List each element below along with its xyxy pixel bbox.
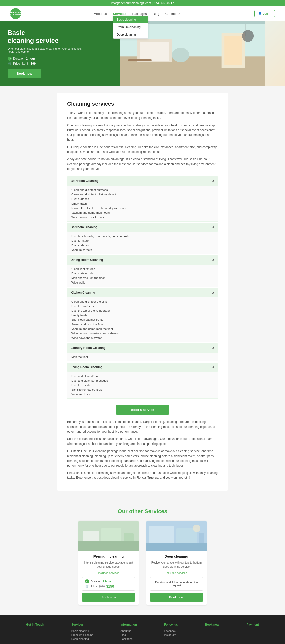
list-item[interactable]: Instagram: [164, 633, 178, 637]
accordion-dining-header[interactable]: Dining Room Cleaning ∧: [67, 255, 218, 264]
premium-included-link[interactable]: Included services: [98, 571, 119, 574]
list-item: Dust furniture: [71, 238, 214, 243]
footer: Get In Touch Services Basic cleaning Pre…: [0, 615, 285, 644]
nav-about[interactable]: About us: [94, 12, 107, 16]
list-item[interactable]: Premium cleaning: [71, 633, 93, 637]
deep-book-button[interactable]: Book now: [150, 593, 203, 602]
svg-rect-19: [176, 528, 197, 546]
svg-point-5: [172, 48, 189, 62]
dropdown-premium[interactable]: Premium cleaning: [113, 23, 148, 31]
accordion-bedroom-header[interactable]: Bedroom Cleaning ∧: [67, 223, 218, 232]
nav-contact[interactable]: Contact Us: [165, 12, 181, 16]
accordion-bedroom: Bedroom Cleaning ∧ Dust baseboards, door…: [67, 223, 218, 254]
chevron-up-icon: ∧: [212, 179, 214, 183]
laundry-list: Mop the floor: [71, 355, 214, 359]
services-dropdown: Basic cleaning Premium cleaning Deep cle…: [113, 16, 148, 39]
footer-col-heading: Information: [120, 623, 137, 626]
book-service-button[interactable]: Book a service: [116, 405, 169, 415]
list-item: Dust and clean lamp shades: [71, 378, 214, 383]
hero-price: 🛒 Price $148 $99: [8, 62, 88, 66]
user-icon: 👤: [258, 12, 262, 15]
clock-icon: ⏱: [85, 579, 89, 583]
hero-duration: ⏱ Duration 1 hour: [8, 57, 88, 61]
para-3: Our unique solution is One hour resident…: [67, 145, 218, 154]
svg-rect-3: [140, 42, 169, 61]
nav-packages[interactable]: Packages: [132, 12, 147, 16]
accordion-bathroom: Bathroom Cleaning ∧ Clean and disinfect …: [67, 176, 218, 222]
cart-icon: 🛒: [85, 584, 89, 588]
svg-point-10: [242, 30, 254, 42]
footer-col-heading: Payment: [246, 623, 259, 626]
top-bar-text: info@onehourhcleaningfl.com | (954) 666-…: [111, 1, 174, 5]
services-grid: Premium cleaning Intense cleaning servic…: [5, 521, 280, 605]
premium-card-body: Premium cleaning Intense cleaning servic…: [78, 551, 139, 605]
premium-image-svg: [78, 521, 139, 551]
list-item: Vacuum and damp mop the floor: [71, 327, 214, 331]
deep-duration-box: Duration and Price depends on the reques…: [150, 577, 203, 591]
extra-para-2: So if the brilliant house is our basic s…: [67, 437, 218, 446]
extra-para-1: Be sure, you don't need to list extra it…: [67, 420, 218, 434]
footer-col-heading: Follow us: [164, 623, 178, 626]
hero-book-button[interactable]: Book now: [8, 69, 41, 78]
premium-duration-row: ⏱ Duration 2 hour: [85, 579, 132, 583]
premium-book-button[interactable]: Book now: [82, 593, 135, 602]
chevron-up-icon: ∧: [212, 291, 214, 295]
list-item: Sweep and mop the floor: [71, 322, 214, 327]
extra-para-3: Our Basic One Hour cleaning package is t…: [67, 449, 218, 468]
footer-services-list: Basic cleaning Premium cleaning Deep cle…: [71, 629, 93, 641]
bathroom-list: Clean and disinfect surfaces Clean and d…: [71, 188, 214, 219]
list-item: Dust surfaces: [71, 197, 214, 201]
list-item: Clean light fixtures: [71, 267, 214, 271]
accordion-kitchen-header[interactable]: Kitchen Cleaning ∧: [67, 288, 218, 297]
svg-rect-21: [146, 543, 207, 551]
list-item[interactable]: Packages: [120, 637, 137, 641]
list-item[interactable]: Basic cleaning: [71, 629, 93, 633]
accordion: Bathroom Cleaning ∧ Clean and disinfect …: [67, 176, 218, 399]
hero-title: Basic cleaning service: [8, 29, 88, 45]
list-item[interactable]: About us: [120, 629, 137, 633]
deep-title: Deep cleaning: [150, 554, 203, 558]
premium-price-row: 🛒 Price $200 $150: [85, 584, 132, 588]
chevron-up-icon: ∧: [212, 258, 214, 262]
list-item: Dust the top of the refrigerator: [71, 308, 214, 313]
accordion-living-header[interactable]: Living Room Cleaning ∧: [67, 363, 218, 372]
list-item: Mop and vacuum the floor: [71, 276, 214, 280]
other-services-section: Our other Services Premium cleaning Inte…: [0, 498, 285, 615]
footer-follow-list: Facebook Instagram: [164, 629, 178, 637]
list-item: Wipe walls: [71, 280, 214, 285]
logo: ONE HOURCLEANING: [10, 8, 21, 19]
list-item[interactable]: Facebook: [164, 629, 178, 633]
accordion-laundry-header[interactable]: Laundry Room Cleaning ∧: [67, 343, 218, 352]
deep-image-svg: [146, 521, 207, 551]
svg-rect-9: [128, 59, 152, 61]
dropdown-deep[interactable]: Deep cleaning: [113, 31, 148, 38]
list-item[interactable]: Blog: [120, 633, 137, 637]
nav-blog[interactable]: Blog: [153, 12, 159, 16]
para-4: A tidy and safe house it's not an advant…: [67, 157, 218, 172]
deep-card-image: [146, 521, 207, 551]
list-item: Vacuum carpets: [71, 248, 214, 252]
list-item: Wipe down the stovetop: [71, 336, 214, 340]
kitchen-list: Clean and disinfect the sink Dust the su…: [71, 299, 214, 340]
logo-icon: ONE HOURCLEANING: [10, 8, 21, 19]
dropdown-basic[interactable]: Basic cleaning: [113, 16, 148, 23]
login-button[interactable]: 👤 Log In: [254, 10, 275, 17]
list-item[interactable]: Deep cleaning: [71, 637, 93, 641]
footer-col-payment: Payment: [246, 623, 259, 641]
chevron-up-icon: ∧: [212, 225, 214, 229]
svg-rect-11: [246, 24, 246, 36]
dining-list: Clean light fixtures Dust curtain rods M…: [71, 267, 214, 285]
list-item: Clean and disinfect toilet inside out: [71, 192, 214, 197]
svg-rect-18: [149, 526, 174, 546]
list-item: Dust the blinds: [71, 383, 214, 387]
hero-meta: ⏱ Duration 1 hour 🛒 Price $148 $99: [8, 57, 88, 66]
accordion-bathroom-body: Clean and disinfect surfaces Clean and d…: [67, 185, 218, 222]
extra-para-4: Hire a Basic One Hour cleaning service, …: [67, 471, 218, 480]
svg-point-22: [193, 525, 200, 532]
nav-services[interactable]: Services Basic cleaning Premium cleaning…: [113, 12, 126, 16]
deep-included-link[interactable]: Included services: [166, 571, 187, 574]
accordion-living-body: Dust and clean décor Dust and clean lamp…: [67, 372, 218, 399]
other-services-heading: Our other Services: [5, 508, 280, 515]
list-item: Dust curtain rods: [71, 271, 214, 276]
accordion-bathroom-header[interactable]: Bathroom Cleaning ∧: [67, 176, 218, 185]
